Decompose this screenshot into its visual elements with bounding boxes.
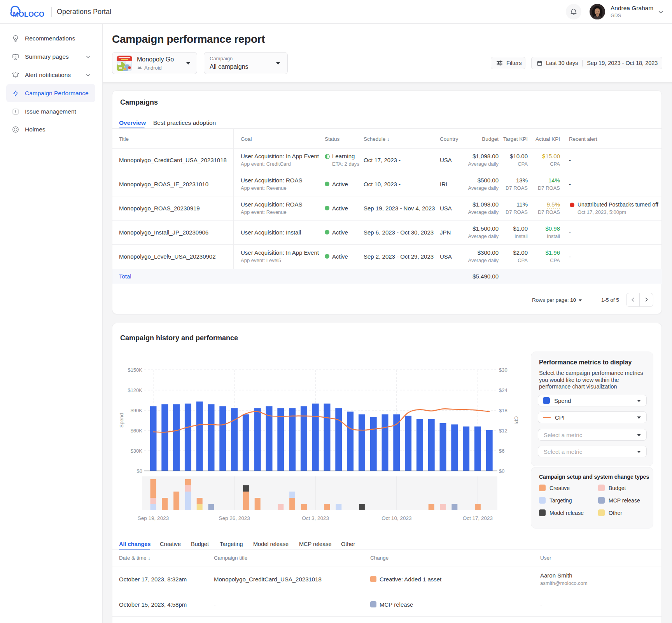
svg-text:Oct 17, 2023: Oct 17, 2023 (463, 515, 493, 521)
svg-text:$18: $18 (499, 408, 508, 413)
svg-text:Spend: Spend (119, 413, 124, 428)
svg-text:Sep 19, 2023: Sep 19, 2023 (138, 515, 169, 521)
svg-text:$90K: $90K (131, 408, 143, 413)
svg-text:$24: $24 (499, 387, 508, 393)
svg-text:$60K: $60K (131, 428, 143, 434)
svg-text:MOLOCO: MOLOCO (13, 10, 44, 18)
svg-text:$120K: $120K (128, 387, 142, 393)
svg-text:Sep 26, 2023: Sep 26, 2023 (219, 515, 250, 521)
svg-text:Oct 3, 2023: Oct 3, 2023 (302, 515, 329, 521)
svg-text:$30K: $30K (131, 448, 143, 454)
svg-text:$0: $0 (137, 468, 142, 474)
svg-text:$30: $30 (499, 367, 508, 373)
svg-text:$150K: $150K (128, 367, 142, 373)
svg-text:CPI: CPI (513, 416, 519, 425)
svg-text:$6: $6 (499, 448, 504, 454)
svg-text:$12: $12 (499, 428, 508, 434)
svg-text:$0: $0 (499, 468, 504, 474)
svg-text:Oct 10, 2023: Oct 10, 2023 (382, 515, 411, 521)
